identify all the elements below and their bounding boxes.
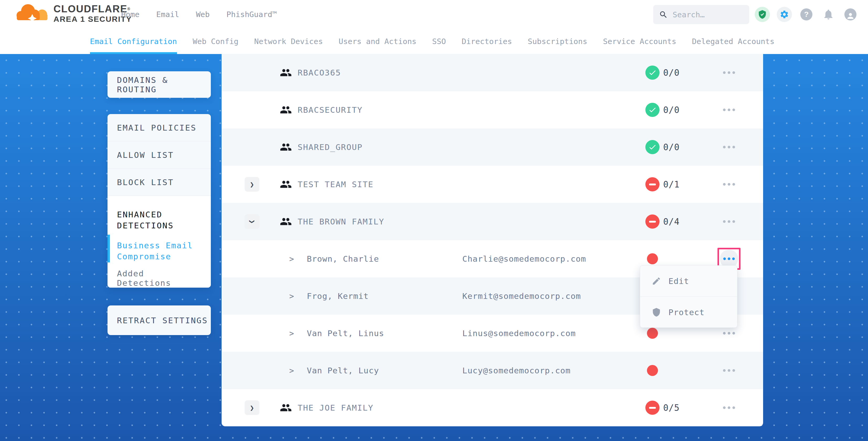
sidebar-card-email-policies: EMAIL POLICIES ALLOW LIST BLOCK LIST ENH… bbox=[107, 114, 211, 288]
shield-icon bbox=[652, 308, 661, 317]
sidebar-card-domains-routing[interactable]: DOMAINS & ROUTING bbox=[107, 71, 211, 98]
member-count: 0/4 bbox=[663, 217, 680, 227]
member-email: Kermit@somedemocorp.com bbox=[462, 291, 581, 301]
brand: CLOUDFLARE® AREA 1 SECURITY bbox=[15, 2, 132, 25]
sidebar-item-retract-settings[interactable]: RETRACT SETTINGS bbox=[107, 306, 211, 335]
status-flagged-dot bbox=[647, 365, 658, 376]
group-icon bbox=[280, 402, 292, 414]
tab-directories[interactable]: Directories bbox=[462, 29, 512, 54]
group-name: RBACO365 bbox=[298, 68, 341, 77]
brand-name: CLOUDFLARE® bbox=[54, 3, 132, 14]
sidebar-item-enhanced-detections[interactable]: ENHANCED DETECTIONS bbox=[117, 209, 193, 231]
sidebar-item-added-detections[interactable]: Added Detections bbox=[117, 269, 203, 288]
member-count: 0/5 bbox=[663, 403, 680, 413]
nav-email[interactable]: Email bbox=[156, 10, 179, 19]
row-actions-button[interactable] bbox=[723, 406, 735, 409]
tab-users-and-actions[interactable]: Users and Actions bbox=[339, 29, 416, 54]
group-name: THE BROWN FAMILY bbox=[298, 217, 384, 226]
sidebar-item-email-policies[interactable]: EMAIL POLICIES bbox=[107, 114, 211, 141]
tab-network-devices[interactable]: Network Devices bbox=[254, 29, 323, 54]
group-icon bbox=[280, 216, 292, 228]
tab-delegated-accounts[interactable]: Delegated Accounts bbox=[692, 29, 774, 54]
group-icon bbox=[280, 67, 292, 78]
search-icon bbox=[659, 10, 668, 19]
status-flagged-dot bbox=[647, 328, 658, 339]
group-name: RBACSECURITY bbox=[298, 105, 363, 115]
tab-web-config[interactable]: Web Config bbox=[193, 29, 239, 54]
member-count: 0/0 bbox=[663, 105, 680, 115]
tab-sso[interactable]: SSO bbox=[432, 29, 446, 54]
row-actions-button[interactable] bbox=[723, 183, 735, 186]
search-input[interactable] bbox=[673, 10, 738, 19]
tab-service-accounts[interactable]: Service Accounts bbox=[603, 29, 676, 54]
row-actions-button[interactable] bbox=[723, 369, 735, 372]
sidebar-item-domains-routing[interactable]: DOMAINS & ROUTING bbox=[107, 71, 211, 98]
tab-email-configuration[interactable]: Email Configuration bbox=[90, 29, 177, 54]
pencil-icon bbox=[652, 276, 661, 286]
shield-check-icon[interactable] bbox=[755, 7, 770, 22]
expand-button[interactable]: ❯ bbox=[245, 177, 259, 192]
member-email: Charlie@somedemocorp.com bbox=[462, 254, 586, 263]
user-icon[interactable] bbox=[843, 7, 858, 22]
row-actions-button[interactable] bbox=[723, 108, 735, 111]
group-name: SHARED_GROUP bbox=[298, 143, 363, 152]
member-email: Linus@somedemocorp.com bbox=[462, 328, 576, 338]
member-count: 0/0 bbox=[663, 68, 680, 78]
collapse-button[interactable]: ❯ bbox=[245, 214, 259, 229]
question-icon[interactable]: ? bbox=[799, 7, 814, 22]
nav-web[interactable]: Web bbox=[196, 10, 210, 19]
row-actions-button[interactable] bbox=[723, 71, 735, 74]
table-row: > Van Pelt, Lucy Lucy@somedemocorp.com bbox=[222, 352, 763, 389]
tab-subscriptions[interactable]: Subscriptions bbox=[528, 29, 587, 54]
chevron-right-icon[interactable]: > bbox=[289, 254, 294, 263]
menu-item-edit[interactable]: Edit bbox=[640, 265, 737, 296]
sidebar-item-allow-list[interactable]: ALLOW LIST bbox=[107, 141, 211, 168]
page-background: DOMAINS & ROUTING EMAIL POLICIES ALLOW L… bbox=[0, 54, 868, 441]
status-blocked-icon bbox=[645, 401, 659, 415]
bell-icon[interactable] bbox=[821, 7, 836, 22]
gear-icon[interactable] bbox=[777, 7, 792, 22]
status-flagged-dot bbox=[647, 253, 658, 264]
status-blocked-icon bbox=[645, 215, 659, 229]
table-row: RBACSECURITY 0/0 bbox=[222, 91, 763, 128]
status-ok-icon bbox=[645, 66, 659, 80]
member-email: Lucy@somedemocorp.com bbox=[462, 366, 570, 375]
status-ok-icon bbox=[645, 140, 659, 154]
expand-button[interactable]: ❯ bbox=[245, 400, 259, 415]
row-actions-button[interactable] bbox=[723, 220, 735, 223]
member-count: 0/0 bbox=[663, 142, 680, 152]
chevron-right-icon[interactable]: > bbox=[289, 366, 294, 375]
group-icon bbox=[280, 104, 292, 116]
cloudflare-logo-icon bbox=[15, 2, 50, 25]
menu-item-protect[interactable]: Protect bbox=[640, 296, 737, 327]
row-actions-button[interactable] bbox=[723, 146, 735, 148]
menu-item-label: Edit bbox=[669, 276, 689, 286]
chevron-right-icon: ❯ bbox=[250, 404, 254, 412]
tab-bar: Email Configuration Web Config Network D… bbox=[0, 29, 868, 54]
status-blocked-icon bbox=[645, 177, 659, 191]
member-name: Frog, Kermit bbox=[307, 291, 369, 301]
menu-item-label: Protect bbox=[669, 308, 705, 317]
chevron-right-icon[interactable]: > bbox=[289, 291, 294, 301]
search-box[interactable] bbox=[653, 5, 749, 24]
nav-home[interactable]: Home bbox=[121, 10, 140, 19]
active-item-indicator bbox=[107, 235, 110, 262]
table-row: ❯ TEST TEAM SITE 0/1 bbox=[222, 166, 763, 203]
table-row: RBACO365 0/0 bbox=[222, 54, 763, 91]
sidebar-item-business-email-compromise[interactable]: Business Email Compromise bbox=[117, 240, 193, 262]
status-ok-icon bbox=[645, 103, 659, 117]
chevron-right-icon[interactable]: > bbox=[289, 329, 294, 338]
sidebar-card-retract-settings[interactable]: RETRACT SETTINGS bbox=[107, 306, 211, 335]
sidebar-item-block-list[interactable]: BLOCK LIST bbox=[107, 168, 211, 196]
nav-phishguard[interactable]: PhishGuard™ bbox=[226, 10, 277, 19]
group-icon bbox=[280, 178, 292, 190]
group-icon bbox=[280, 141, 292, 153]
table-row: ❯ THE JOE FAMILY 0/5 bbox=[222, 389, 763, 426]
member-name: Brown, Charlie bbox=[307, 254, 379, 263]
member-count: 0/1 bbox=[663, 179, 680, 190]
row-actions-button[interactable] bbox=[723, 332, 735, 335]
table-row: ❯ THE BROWN FAMILY 0/4 bbox=[222, 203, 763, 240]
table-row: SHARED_GROUP 0/0 bbox=[222, 128, 763, 166]
member-name: Van Pelt, Lucy bbox=[307, 366, 379, 375]
member-name: Van Pelt, Linus bbox=[307, 328, 384, 338]
